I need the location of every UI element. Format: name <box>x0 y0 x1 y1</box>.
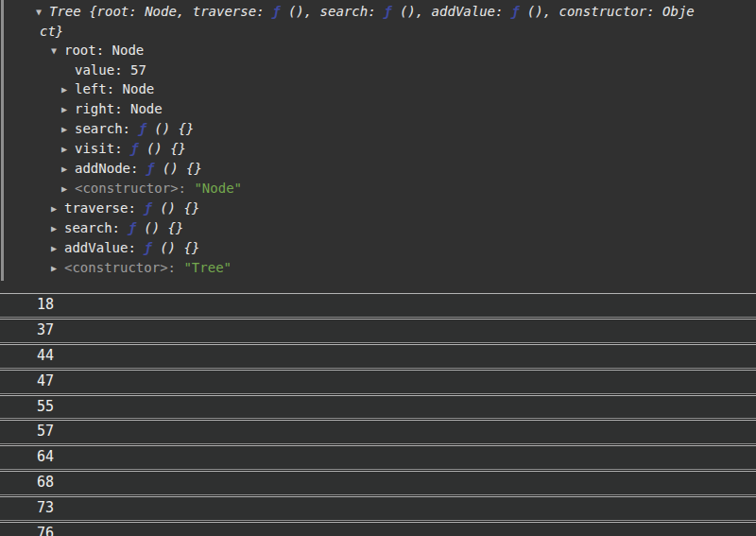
tree-line[interactable]: ▶addValue: ƒ () {} <box>0 238 756 258</box>
tree-text: <constructor>: <box>64 260 183 275</box>
tree-line[interactable]: ▶<constructor>: "Tree" <box>0 258 756 278</box>
triangle-down-icon[interactable]: ▼ <box>51 42 64 61</box>
console-log-row: 57 <box>0 420 756 444</box>
tree-text: Tree {root: Node, traverse: <box>49 4 272 19</box>
console-object-tree: ▼Tree {root: Node, traverse: ƒ (), searc… <box>0 0 756 293</box>
tree-text: () {} <box>152 240 200 255</box>
tree-line[interactable]: ▶search: ƒ () {} <box>0 218 756 238</box>
tree-text: left: Node <box>75 81 154 96</box>
tree-line[interactable]: ▶traverse: ƒ () {} <box>0 199 756 218</box>
console-log-row: 55 <box>0 395 756 420</box>
console-log-row: 68 <box>0 471 756 495</box>
triangle-right-icon[interactable]: ▶ <box>61 80 75 99</box>
tree-text: visit: <box>75 141 130 156</box>
tree-text: addNode: <box>75 161 146 176</box>
triangle-right-icon[interactable]: ▶ <box>61 100 75 119</box>
console-log-row: 64 <box>0 445 756 470</box>
tree-line: value: 57 <box>0 61 756 79</box>
triangle-right-icon[interactable]: ▶ <box>51 259 64 278</box>
tree-line[interactable]: ▶right: Node <box>0 99 756 119</box>
triangle-right-icon[interactable]: ▶ <box>51 219 64 238</box>
tree-text: traverse: <box>64 200 144 216</box>
tree-line[interactable]: ▶<constructor>: "Node" <box>0 179 756 199</box>
console-log-row: 18 <box>0 293 756 318</box>
tree-line[interactable]: ▼root: Node <box>0 41 756 61</box>
console-log-row: 73 <box>0 496 756 521</box>
console-log-row: 76 <box>0 522 756 536</box>
tree-text: ƒ <box>144 240 151 255</box>
devtools-console-panel: ▼Tree {root: Node, traverse: ƒ (), searc… <box>0 0 756 536</box>
tree-text: root: Node <box>64 43 144 58</box>
tree-line[interactable]: ▶addNode: ƒ () {} <box>0 159 756 179</box>
tree-line[interactable]: ▶left: Node <box>0 79 756 99</box>
tree-text: ƒ <box>128 220 135 235</box>
tree-line[interactable]: ▶search: ƒ () {} <box>0 119 756 139</box>
console-log-list: 18374447555764687376 <box>0 293 756 536</box>
tree-text: "Tree" <box>183 260 232 275</box>
tree-text: ƒ <box>138 121 146 136</box>
tree-text: <constructor>: <box>75 181 194 196</box>
tree-text: () {} <box>152 200 200 216</box>
tree-text: (), constructor: Obje <box>519 4 694 19</box>
tree-text: () {} <box>138 141 186 156</box>
scrollbar-thumb[interactable] <box>1 0 4 281</box>
tree-text: search: <box>75 121 138 136</box>
triangle-right-icon[interactable]: ▶ <box>51 199 64 218</box>
triangle-right-icon[interactable]: ▶ <box>61 140 75 159</box>
tree-text: addValue: <box>64 240 144 255</box>
triangle-down-icon[interactable]: ▼ <box>36 3 49 22</box>
tree-text: () {} <box>136 220 184 235</box>
tree-line[interactable]: ▶visit: ƒ () {} <box>0 139 756 159</box>
triangle-right-icon[interactable]: ▶ <box>61 180 75 199</box>
tree-text: right: Node <box>75 101 163 116</box>
tree-text: "Node" <box>194 181 242 196</box>
tree-text: ƒ <box>144 200 151 216</box>
tree-line[interactable]: ▼Tree {root: Node, traverse: ƒ (), searc… <box>0 2 756 22</box>
console-log-row: 44 <box>0 344 756 369</box>
tree-text: (), addValue: <box>391 4 510 19</box>
tree-text: ct} <box>40 24 63 39</box>
tree-text: (), search: <box>280 4 384 19</box>
console-log-row: 37 <box>0 319 756 343</box>
tree-text: value: 57 <box>75 62 146 78</box>
triangle-right-icon[interactable]: ▶ <box>61 120 75 139</box>
tree-line: ct} <box>0 22 756 41</box>
tree-text: search: <box>64 220 128 235</box>
triangle-right-icon[interactable]: ▶ <box>61 160 75 179</box>
console-log-row: 47 <box>0 370 756 394</box>
triangle-right-icon[interactable]: ▶ <box>51 239 64 258</box>
tree-text: () {} <box>154 161 202 176</box>
tree-text: () {} <box>146 121 195 136</box>
